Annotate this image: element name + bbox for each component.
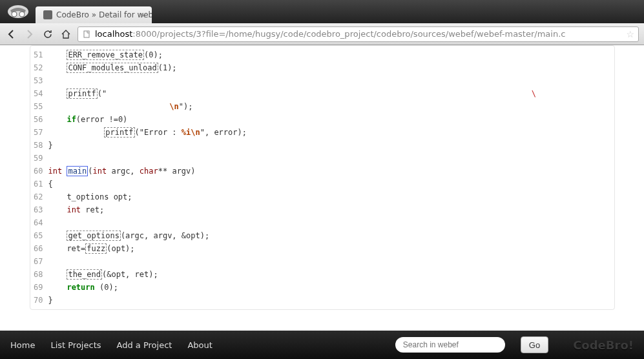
- code-text: ERR_remove_state(0);: [48, 48, 614, 61]
- code-text: [48, 152, 614, 165]
- symbol-link[interactable]: fuzz: [85, 243, 107, 254]
- brand-label: CodeBro!: [573, 338, 634, 352]
- code-text: get_options(argc, argv, &opt);: [48, 229, 614, 242]
- svg-rect-5: [84, 31, 89, 37]
- line-number: 55: [30, 100, 48, 113]
- line-number: 58: [30, 139, 48, 152]
- code-line: 60int main(int argc, char** argv): [30, 165, 614, 178]
- line-number: 62: [30, 190, 48, 203]
- address-host: localhost: [95, 29, 132, 39]
- symbol-link[interactable]: CONF_modules_unload: [67, 63, 158, 73]
- line-number: 57: [30, 126, 48, 139]
- symbol-link[interactable]: main: [67, 166, 88, 176]
- code-line: 53: [30, 74, 614, 87]
- line-number: 68: [30, 268, 48, 281]
- code-panel: 51 ERR_remove_state(0);52 CONF_modules_u…: [30, 45, 615, 310]
- line-number: 52: [30, 61, 48, 74]
- bookmark-star-icon[interactable]: ☆: [626, 29, 634, 39]
- line-number: 61: [30, 178, 48, 190]
- code-line: 58}: [30, 139, 614, 152]
- code-line: 54 printf(" \: [30, 87, 614, 100]
- reload-icon: [43, 29, 53, 39]
- address-bar[interactable]: localhost:8000/projects/3?file=/home/hug…: [78, 26, 639, 42]
- line-number: 59: [30, 152, 48, 165]
- line-number: 63: [30, 203, 48, 216]
- footer-bar: Home List Projects Add a Project About G…: [0, 331, 644, 359]
- symbol-link[interactable]: printf: [67, 88, 97, 99]
- code-text: [48, 255, 614, 268]
- line-number: 70: [30, 294, 48, 307]
- line-number: 69: [30, 281, 48, 294]
- tab-close-button[interactable]: ×: [140, 10, 147, 20]
- forward-button[interactable]: [23, 28, 36, 41]
- line-number: 54: [30, 87, 48, 100]
- browser-tab[interactable]: CodeBro » Detail for web ×: [36, 6, 152, 23]
- code-line: 69 return (0);: [30, 281, 614, 294]
- line-number: 65: [30, 229, 48, 242]
- incognito-icon: [5, 3, 31, 21]
- tab-title: CodeBro » Detail for web: [56, 10, 152, 19]
- code-line: 57 printf("Error : %i\n", error);: [30, 126, 614, 139]
- symbol-link[interactable]: the_end: [67, 269, 102, 280]
- browser-toolbar: localhost:8000/projects/3?file=/home/hug…: [0, 23, 644, 45]
- address-text: localhost:8000/projects/3?file=/home/hug…: [95, 29, 622, 39]
- code-line: 51 ERR_remove_state(0);: [30, 48, 614, 61]
- svg-point-4: [19, 12, 25, 17]
- line-number: 66: [30, 242, 48, 255]
- code-text: [48, 216, 614, 229]
- home-icon: [61, 29, 71, 39]
- code-text: }: [48, 294, 614, 307]
- code-text: CONF_modules_unload(1);: [48, 61, 614, 74]
- search-input[interactable]: [395, 337, 505, 353]
- code-text: the_end(&opt, ret);: [48, 268, 614, 281]
- symbol-link[interactable]: ERR_remove_state: [67, 50, 144, 60]
- tab-strip: CodeBro » Detail for web ×: [0, 0, 644, 23]
- code-line: 56 if(error !=0): [30, 113, 614, 126]
- code-line: 59: [30, 152, 614, 165]
- line-number: 67: [30, 255, 48, 268]
- code-line: 55 \n");: [30, 100, 614, 113]
- line-number: 56: [30, 113, 48, 126]
- symbol-link[interactable]: printf: [104, 127, 134, 138]
- code-line: 65 get_options(argc, argv, &opt);: [30, 229, 614, 242]
- code-line: 52 CONF_modules_unload(1);: [30, 61, 614, 74]
- go-button[interactable]: Go: [521, 336, 548, 353]
- back-button[interactable]: [5, 28, 18, 41]
- page-icon: [82, 30, 91, 39]
- line-number: 51: [30, 48, 48, 61]
- reload-button[interactable]: [41, 28, 54, 41]
- line-number: 53: [30, 74, 48, 87]
- code-text: }: [48, 139, 614, 152]
- code-text: ret=fuzz(opt);: [48, 242, 614, 255]
- code-line: 64: [30, 216, 614, 229]
- line-number: 64: [30, 216, 48, 229]
- code-text: printf("Error : %i\n", error);: [48, 126, 614, 139]
- code-line: 68 the_end(&opt, ret);: [30, 268, 614, 281]
- code-text: int main(int argc, char** argv): [48, 165, 614, 178]
- code-line: 66 ret=fuzz(opt);: [30, 242, 614, 255]
- code-text: t_options opt;: [48, 190, 614, 203]
- footer-link-list-projects[interactable]: List Projects: [50, 340, 101, 350]
- code-text: \n");: [48, 100, 614, 113]
- code-text: {: [48, 178, 614, 190]
- footer-link-add-project[interactable]: Add a Project: [117, 340, 172, 350]
- svg-point-2: [8, 5, 28, 18]
- symbol-link[interactable]: get_options: [67, 231, 120, 241]
- code-line: 62 t_options opt;: [30, 190, 614, 203]
- line-number: 60: [30, 165, 48, 178]
- code-line: 63 int ret;: [30, 203, 614, 216]
- address-path: :8000/projects/3?file=/home/hugsy/code/c…: [132, 29, 565, 39]
- code-text: int ret;: [48, 203, 614, 216]
- code-text: return (0);: [48, 281, 614, 294]
- footer-link-home[interactable]: Home: [10, 340, 35, 350]
- footer-link-about[interactable]: About: [187, 340, 212, 350]
- code-line: 67: [30, 255, 614, 268]
- home-button[interactable]: [59, 28, 72, 41]
- favicon-icon: [43, 10, 52, 19]
- svg-point-3: [12, 12, 17, 17]
- page-content: 51 ERR_remove_state(0);52 CONF_modules_u…: [0, 45, 644, 331]
- code-text: [48, 74, 614, 87]
- arrow-left-icon: [6, 28, 17, 40]
- code-text: printf(" \: [48, 87, 614, 100]
- code-line: 61{: [30, 178, 614, 190]
